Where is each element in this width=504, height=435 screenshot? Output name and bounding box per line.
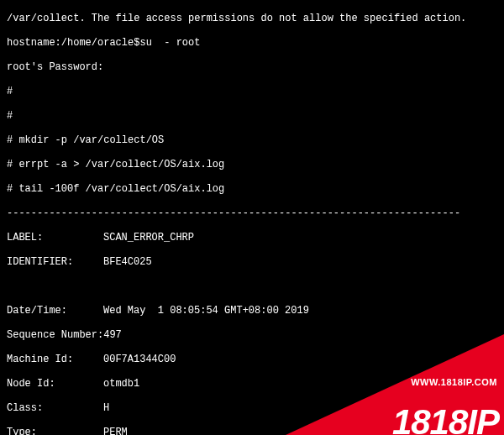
key: Date/Time: xyxy=(7,305,103,317)
terminal-output[interactable]: /var/collect. The file access permission… xyxy=(0,0,504,435)
password-prompt: root's Password: xyxy=(7,61,497,74)
val: Wed May 1 08:05:54 GMT+08:00 2019 xyxy=(103,305,309,317)
val: otmdb1 xyxy=(103,378,139,390)
row-sequence: Sequence Number:497 xyxy=(7,329,497,342)
val: BFE4C025 xyxy=(103,256,152,269)
val: SCAN_ERROR_CHRP xyxy=(103,232,194,244)
key: Type: xyxy=(7,427,103,436)
row-type: Type:PERM xyxy=(7,427,497,436)
row-node: Node Id:otmdb1 xyxy=(7,378,497,390)
blank-line xyxy=(7,280,497,293)
key: Node Id: xyxy=(7,378,103,390)
val: 00F7A1344C00 xyxy=(103,354,176,366)
cmd-line: # errpt -a > /var/collect/OS/aix.log xyxy=(7,159,497,171)
cmd-line: # xyxy=(7,86,497,98)
row-identifier: IDENTIFIER:BFE4C025 xyxy=(7,256,497,269)
val: PERM xyxy=(103,427,128,436)
line-top: /var/collect. The file access permission… xyxy=(7,13,497,25)
row-machine: Machine Id:00F7A1344C00 xyxy=(7,354,497,366)
key: IDENTIFIER: xyxy=(7,256,103,269)
val: 497 xyxy=(103,329,122,342)
key: Machine Id: xyxy=(7,354,103,366)
line-host: hostname:/home/oracle$su - root xyxy=(7,37,497,50)
cmd-line: # mkdir -p /var/collect/OS xyxy=(7,134,497,147)
key: Sequence Number: xyxy=(7,329,103,342)
key: LABEL: xyxy=(7,232,103,244)
key: Class: xyxy=(7,402,103,415)
cmd-line: # tail -100f /var/collect/OS/aix.log xyxy=(7,183,497,196)
row-class: Class:H xyxy=(7,402,497,415)
row-label: LABEL:SCAN_ERROR_CHRP xyxy=(7,232,497,244)
val: H xyxy=(103,402,109,415)
cmd-line: # xyxy=(7,110,497,123)
row-datetime: Date/Time:Wed May 1 08:05:54 GMT+08:00 2… xyxy=(7,305,497,317)
divider: ----------------------------------------… xyxy=(7,207,497,220)
